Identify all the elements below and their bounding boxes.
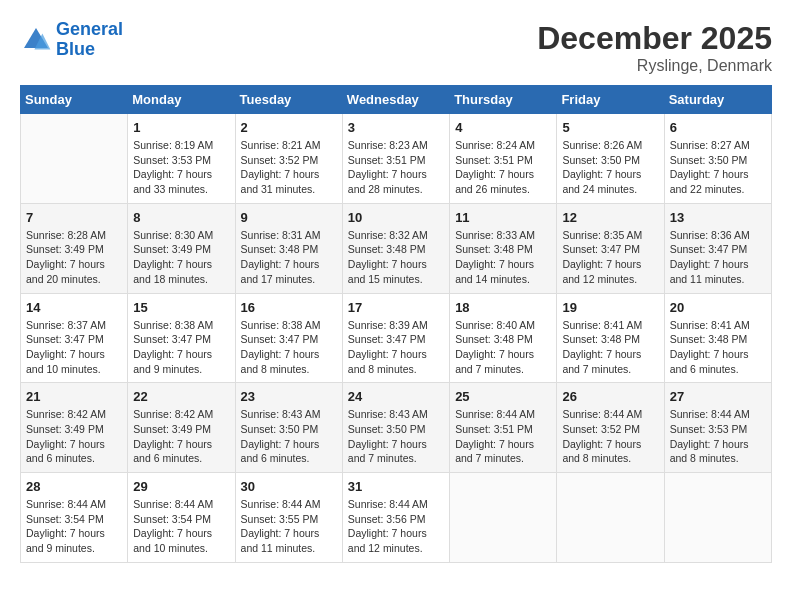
calendar-cell: 26Sunrise: 8:44 AMSunset: 3:52 PMDayligh… bbox=[557, 383, 664, 473]
day-number: 27 bbox=[670, 389, 766, 404]
calendar-cell: 15Sunrise: 8:38 AMSunset: 3:47 PMDayligh… bbox=[128, 293, 235, 383]
weekday-header: Wednesday bbox=[342, 86, 449, 114]
calendar-cell: 4Sunrise: 8:24 AMSunset: 3:51 PMDaylight… bbox=[450, 114, 557, 204]
day-number: 28 bbox=[26, 479, 122, 494]
day-number: 13 bbox=[670, 210, 766, 225]
weekday-header: Thursday bbox=[450, 86, 557, 114]
calendar-week-row: 7Sunrise: 8:28 AMSunset: 3:49 PMDaylight… bbox=[21, 203, 772, 293]
day-number: 20 bbox=[670, 300, 766, 315]
day-number: 16 bbox=[241, 300, 337, 315]
day-info: Sunrise: 8:41 AMSunset: 3:48 PMDaylight:… bbox=[670, 318, 766, 377]
logo-line1: General bbox=[56, 19, 123, 39]
day-info: Sunrise: 8:33 AMSunset: 3:48 PMDaylight:… bbox=[455, 228, 551, 287]
day-number: 26 bbox=[562, 389, 658, 404]
day-info: Sunrise: 8:28 AMSunset: 3:49 PMDaylight:… bbox=[26, 228, 122, 287]
logo-icon bbox=[20, 24, 52, 56]
day-info: Sunrise: 8:44 AMSunset: 3:52 PMDaylight:… bbox=[562, 407, 658, 466]
day-number: 19 bbox=[562, 300, 658, 315]
day-number: 25 bbox=[455, 389, 551, 404]
day-number: 29 bbox=[133, 479, 229, 494]
weekday-header: Saturday bbox=[664, 86, 771, 114]
calendar-cell: 31Sunrise: 8:44 AMSunset: 3:56 PMDayligh… bbox=[342, 473, 449, 563]
calendar-cell bbox=[450, 473, 557, 563]
calendar-cell bbox=[557, 473, 664, 563]
calendar-cell: 29Sunrise: 8:44 AMSunset: 3:54 PMDayligh… bbox=[128, 473, 235, 563]
day-info: Sunrise: 8:38 AMSunset: 3:47 PMDaylight:… bbox=[241, 318, 337, 377]
calendar-week-row: 21Sunrise: 8:42 AMSunset: 3:49 PMDayligh… bbox=[21, 383, 772, 473]
day-number: 24 bbox=[348, 389, 444, 404]
day-number: 23 bbox=[241, 389, 337, 404]
day-number: 8 bbox=[133, 210, 229, 225]
day-info: Sunrise: 8:30 AMSunset: 3:49 PMDaylight:… bbox=[133, 228, 229, 287]
day-number: 12 bbox=[562, 210, 658, 225]
calendar-cell: 11Sunrise: 8:33 AMSunset: 3:48 PMDayligh… bbox=[450, 203, 557, 293]
day-info: Sunrise: 8:40 AMSunset: 3:48 PMDaylight:… bbox=[455, 318, 551, 377]
day-info: Sunrise: 8:43 AMSunset: 3:50 PMDaylight:… bbox=[241, 407, 337, 466]
calendar-cell: 23Sunrise: 8:43 AMSunset: 3:50 PMDayligh… bbox=[235, 383, 342, 473]
calendar-cell: 18Sunrise: 8:40 AMSunset: 3:48 PMDayligh… bbox=[450, 293, 557, 383]
day-info: Sunrise: 8:35 AMSunset: 3:47 PMDaylight:… bbox=[562, 228, 658, 287]
header-row: SundayMondayTuesdayWednesdayThursdayFrid… bbox=[21, 86, 772, 114]
day-info: Sunrise: 8:43 AMSunset: 3:50 PMDaylight:… bbox=[348, 407, 444, 466]
calendar-cell bbox=[664, 473, 771, 563]
day-number: 18 bbox=[455, 300, 551, 315]
day-info: Sunrise: 8:42 AMSunset: 3:49 PMDaylight:… bbox=[133, 407, 229, 466]
day-number: 9 bbox=[241, 210, 337, 225]
day-info: Sunrise: 8:24 AMSunset: 3:51 PMDaylight:… bbox=[455, 138, 551, 197]
day-info: Sunrise: 8:19 AMSunset: 3:53 PMDaylight:… bbox=[133, 138, 229, 197]
calendar-cell: 17Sunrise: 8:39 AMSunset: 3:47 PMDayligh… bbox=[342, 293, 449, 383]
logo-text: General Blue bbox=[56, 20, 123, 60]
day-info: Sunrise: 8:21 AMSunset: 3:52 PMDaylight:… bbox=[241, 138, 337, 197]
calendar-cell: 21Sunrise: 8:42 AMSunset: 3:49 PMDayligh… bbox=[21, 383, 128, 473]
calendar-table: SundayMondayTuesdayWednesdayThursdayFrid… bbox=[20, 85, 772, 563]
day-info: Sunrise: 8:44 AMSunset: 3:55 PMDaylight:… bbox=[241, 497, 337, 556]
day-number: 30 bbox=[241, 479, 337, 494]
calendar-cell: 7Sunrise: 8:28 AMSunset: 3:49 PMDaylight… bbox=[21, 203, 128, 293]
calendar-cell: 19Sunrise: 8:41 AMSunset: 3:48 PMDayligh… bbox=[557, 293, 664, 383]
logo-line2: Blue bbox=[56, 39, 95, 59]
day-info: Sunrise: 8:23 AMSunset: 3:51 PMDaylight:… bbox=[348, 138, 444, 197]
weekday-header: Monday bbox=[128, 86, 235, 114]
day-number: 2 bbox=[241, 120, 337, 135]
calendar-cell: 9Sunrise: 8:31 AMSunset: 3:48 PMDaylight… bbox=[235, 203, 342, 293]
day-number: 10 bbox=[348, 210, 444, 225]
calendar-week-row: 28Sunrise: 8:44 AMSunset: 3:54 PMDayligh… bbox=[21, 473, 772, 563]
day-info: Sunrise: 8:44 AMSunset: 3:56 PMDaylight:… bbox=[348, 497, 444, 556]
calendar-cell: 30Sunrise: 8:44 AMSunset: 3:55 PMDayligh… bbox=[235, 473, 342, 563]
calendar-cell: 20Sunrise: 8:41 AMSunset: 3:48 PMDayligh… bbox=[664, 293, 771, 383]
day-number: 7 bbox=[26, 210, 122, 225]
calendar-cell: 1Sunrise: 8:19 AMSunset: 3:53 PMDaylight… bbox=[128, 114, 235, 204]
calendar-cell: 10Sunrise: 8:32 AMSunset: 3:48 PMDayligh… bbox=[342, 203, 449, 293]
day-info: Sunrise: 8:27 AMSunset: 3:50 PMDaylight:… bbox=[670, 138, 766, 197]
logo: General Blue bbox=[20, 20, 123, 60]
calendar-cell: 27Sunrise: 8:44 AMSunset: 3:53 PMDayligh… bbox=[664, 383, 771, 473]
calendar-cell: 2Sunrise: 8:21 AMSunset: 3:52 PMDaylight… bbox=[235, 114, 342, 204]
day-number: 3 bbox=[348, 120, 444, 135]
day-info: Sunrise: 8:26 AMSunset: 3:50 PMDaylight:… bbox=[562, 138, 658, 197]
day-info: Sunrise: 8:44 AMSunset: 3:53 PMDaylight:… bbox=[670, 407, 766, 466]
day-info: Sunrise: 8:37 AMSunset: 3:47 PMDaylight:… bbox=[26, 318, 122, 377]
calendar-cell: 22Sunrise: 8:42 AMSunset: 3:49 PMDayligh… bbox=[128, 383, 235, 473]
calendar-cell: 3Sunrise: 8:23 AMSunset: 3:51 PMDaylight… bbox=[342, 114, 449, 204]
calendar-cell: 8Sunrise: 8:30 AMSunset: 3:49 PMDaylight… bbox=[128, 203, 235, 293]
month-title: December 2025 bbox=[537, 20, 772, 57]
day-info: Sunrise: 8:42 AMSunset: 3:49 PMDaylight:… bbox=[26, 407, 122, 466]
location: Ryslinge, Denmark bbox=[537, 57, 772, 75]
calendar-cell: 25Sunrise: 8:44 AMSunset: 3:51 PMDayligh… bbox=[450, 383, 557, 473]
calendar-week-row: 14Sunrise: 8:37 AMSunset: 3:47 PMDayligh… bbox=[21, 293, 772, 383]
calendar-cell: 16Sunrise: 8:38 AMSunset: 3:47 PMDayligh… bbox=[235, 293, 342, 383]
day-number: 17 bbox=[348, 300, 444, 315]
calendar-cell: 14Sunrise: 8:37 AMSunset: 3:47 PMDayligh… bbox=[21, 293, 128, 383]
calendar-cell: 13Sunrise: 8:36 AMSunset: 3:47 PMDayligh… bbox=[664, 203, 771, 293]
day-number: 31 bbox=[348, 479, 444, 494]
calendar-cell bbox=[21, 114, 128, 204]
day-info: Sunrise: 8:32 AMSunset: 3:48 PMDaylight:… bbox=[348, 228, 444, 287]
day-number: 14 bbox=[26, 300, 122, 315]
calendar-cell: 6Sunrise: 8:27 AMSunset: 3:50 PMDaylight… bbox=[664, 114, 771, 204]
day-info: Sunrise: 8:44 AMSunset: 3:54 PMDaylight:… bbox=[133, 497, 229, 556]
calendar-cell: 12Sunrise: 8:35 AMSunset: 3:47 PMDayligh… bbox=[557, 203, 664, 293]
day-info: Sunrise: 8:38 AMSunset: 3:47 PMDaylight:… bbox=[133, 318, 229, 377]
day-number: 11 bbox=[455, 210, 551, 225]
weekday-header: Tuesday bbox=[235, 86, 342, 114]
day-number: 1 bbox=[133, 120, 229, 135]
